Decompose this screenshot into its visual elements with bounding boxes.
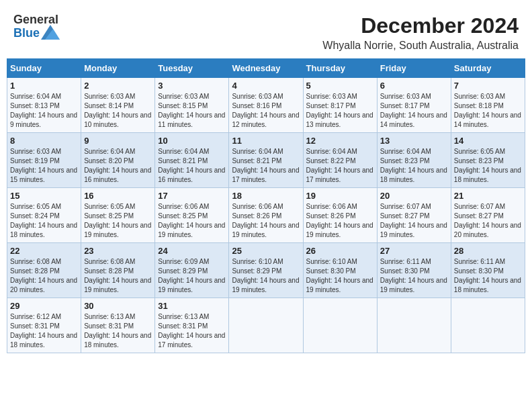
sunset-text: Sunset: 8:23 PM [380, 157, 430, 165]
header-wednesday: Wednesday [229, 59, 303, 78]
sunset-text: Sunset: 8:21 PM [158, 157, 208, 165]
daylight-text: Daylight: 14 hours and 19 minutes. [306, 222, 373, 238]
calendar-cell [377, 298, 451, 353]
calendar-cell: 14 Sunrise: 6:05 AM Sunset: 8:23 PM Dayl… [451, 133, 525, 188]
header-monday: Monday [81, 59, 155, 78]
calendar-cell: 25 Sunrise: 6:10 AM Sunset: 8:29 PM Dayl… [229, 243, 303, 298]
sunset-text: Sunset: 8:16 PM [232, 102, 281, 109]
daylight-text: Daylight: 14 hours and 9 minutes. [10, 111, 77, 128]
day-number: 26 [306, 246, 374, 256]
day-number: 28 [454, 246, 522, 256]
calendar-week-row: 22 Sunrise: 6:08 AM Sunset: 8:28 PM Dayl… [7, 243, 525, 298]
header-friday: Friday [377, 59, 451, 78]
day-number: 23 [84, 246, 152, 256]
logo-blue: Blue [13, 27, 40, 40]
day-info: Sunrise: 6:07 AM Sunset: 8:27 PM Dayligh… [454, 202, 522, 240]
calendar-cell: 13 Sunrise: 6:04 AM Sunset: 8:23 PM Dayl… [377, 133, 451, 188]
header-thursday: Thursday [303, 59, 377, 78]
calendar-cell: 9 Sunrise: 6:04 AM Sunset: 8:20 PM Dayli… [81, 133, 155, 188]
day-number: 30 [84, 301, 152, 311]
daylight-text: Daylight: 14 hours and 18 minutes. [380, 167, 447, 183]
day-number: 8 [10, 136, 78, 146]
day-info: Sunrise: 6:06 AM Sunset: 8:25 PM Dayligh… [158, 202, 226, 240]
sunset-text: Sunset: 8:26 PM [232, 212, 281, 220]
sunset-text: Sunset: 8:23 PM [454, 157, 504, 165]
sunset-text: Sunset: 8:26 PM [306, 212, 356, 220]
day-info: Sunrise: 6:05 AM Sunset: 8:25 PM Dayligh… [84, 202, 152, 240]
daylight-text: Daylight: 14 hours and 19 minutes. [232, 277, 299, 293]
calendar-cell: 30 Sunrise: 6:13 AM Sunset: 8:31 PM Dayl… [81, 298, 155, 353]
calendar-cell: 6 Sunrise: 6:03 AM Sunset: 8:17 PM Dayli… [377, 78, 451, 133]
sunrise-text: Sunrise: 6:06 AM [232, 203, 283, 210]
daylight-text: Daylight: 14 hours and 19 minutes. [158, 222, 225, 238]
day-number: 14 [454, 136, 522, 146]
daylight-text: Daylight: 14 hours and 19 minutes. [84, 222, 151, 238]
day-info: Sunrise: 6:09 AM Sunset: 8:29 PM Dayligh… [158, 257, 226, 295]
calendar-cell: 28 Sunrise: 6:11 AM Sunset: 8:30 PM Dayl… [451, 243, 525, 298]
calendar-cell [451, 298, 525, 353]
day-info: Sunrise: 6:06 AM Sunset: 8:26 PM Dayligh… [232, 202, 300, 240]
calendar-cell: 21 Sunrise: 6:07 AM Sunset: 8:27 PM Dayl… [451, 188, 525, 243]
day-info: Sunrise: 6:04 AM Sunset: 8:21 PM Dayligh… [232, 147, 300, 185]
day-info: Sunrise: 6:12 AM Sunset: 8:31 PM Dayligh… [10, 312, 78, 350]
sunrise-text: Sunrise: 6:04 AM [380, 148, 431, 155]
day-number: 4 [232, 81, 300, 91]
sunset-text: Sunset: 8:20 PM [84, 157, 134, 165]
daylight-text: Daylight: 14 hours and 20 minutes. [10, 277, 77, 293]
sunrise-text: Sunrise: 6:04 AM [10, 93, 61, 100]
daylight-text: Daylight: 14 hours and 18 minutes. [454, 277, 521, 293]
day-number: 29 [10, 301, 78, 311]
day-info: Sunrise: 6:08 AM Sunset: 8:28 PM Dayligh… [10, 257, 78, 295]
calendar-cell: 3 Sunrise: 6:03 AM Sunset: 8:15 PM Dayli… [155, 78, 229, 133]
calendar-week-row: 29 Sunrise: 6:12 AM Sunset: 8:31 PM Dayl… [7, 298, 525, 353]
sunrise-text: Sunrise: 6:03 AM [158, 93, 209, 100]
daylight-text: Daylight: 14 hours and 17 minutes. [232, 167, 299, 183]
daylight-text: Daylight: 14 hours and 10 minutes. [84, 111, 151, 128]
sunrise-text: Sunrise: 6:03 AM [306, 93, 357, 100]
sunset-text: Sunset: 8:17 PM [380, 102, 430, 109]
daylight-text: Daylight: 14 hours and 14 minutes. [380, 111, 447, 128]
sunrise-text: Sunrise: 6:09 AM [158, 258, 209, 265]
title-block: December 2024 Whyalla Norrie, South Aust… [322, 13, 519, 52]
day-info: Sunrise: 6:05 AM Sunset: 8:23 PM Dayligh… [454, 147, 522, 185]
daylight-text: Daylight: 14 hours and 15 minutes. [10, 167, 77, 183]
sunrise-text: Sunrise: 6:07 AM [454, 203, 505, 210]
daylight-text: Daylight: 14 hours and 18 minutes. [84, 332, 151, 349]
calendar-cell: 8 Sunrise: 6:03 AM Sunset: 8:19 PM Dayli… [7, 133, 81, 188]
day-info: Sunrise: 6:04 AM Sunset: 8:13 PM Dayligh… [10, 92, 78, 130]
daylight-text: Daylight: 14 hours and 19 minutes. [84, 277, 151, 293]
day-info: Sunrise: 6:03 AM Sunset: 8:17 PM Dayligh… [380, 92, 448, 130]
day-info: Sunrise: 6:05 AM Sunset: 8:24 PM Dayligh… [10, 202, 78, 240]
day-number: 20 [380, 191, 448, 201]
day-number: 12 [306, 136, 374, 146]
sunset-text: Sunset: 8:25 PM [84, 212, 134, 220]
day-info: Sunrise: 6:04 AM Sunset: 8:20 PM Dayligh… [84, 147, 152, 185]
logo-icon [41, 25, 60, 40]
sunset-text: Sunset: 8:15 PM [158, 102, 208, 109]
day-number: 13 [380, 136, 448, 146]
day-info: Sunrise: 6:03 AM Sunset: 8:18 PM Dayligh… [454, 92, 522, 130]
sunrise-text: Sunrise: 6:06 AM [158, 203, 209, 210]
sunset-text: Sunset: 8:31 PM [10, 322, 60, 330]
calendar-cell [303, 298, 377, 353]
page-header: General Blue December 2024 Whyalla Norri… [7, 7, 525, 56]
day-info: Sunrise: 6:11 AM Sunset: 8:30 PM Dayligh… [380, 257, 448, 295]
sunrise-text: Sunrise: 6:03 AM [454, 93, 505, 100]
day-info: Sunrise: 6:04 AM Sunset: 8:21 PM Dayligh… [158, 147, 226, 185]
sunset-text: Sunset: 8:22 PM [306, 157, 356, 165]
month-title: December 2024 [322, 13, 519, 38]
daylight-text: Daylight: 14 hours and 19 minutes. [306, 277, 373, 293]
sunrise-text: Sunrise: 6:13 AM [84, 313, 135, 320]
logo: General Blue [13, 13, 60, 40]
calendar-week-row: 15 Sunrise: 6:05 AM Sunset: 8:24 PM Dayl… [7, 188, 525, 243]
day-info: Sunrise: 6:03 AM Sunset: 8:14 PM Dayligh… [84, 92, 152, 130]
day-info: Sunrise: 6:03 AM Sunset: 8:15 PM Dayligh… [158, 92, 226, 130]
sunset-text: Sunset: 8:13 PM [10, 102, 60, 109]
daylight-text: Daylight: 14 hours and 19 minutes. [380, 222, 447, 238]
day-info: Sunrise: 6:04 AM Sunset: 8:22 PM Dayligh… [306, 147, 374, 185]
day-number: 18 [232, 191, 300, 201]
sunset-text: Sunset: 8:21 PM [232, 157, 281, 165]
daylight-text: Daylight: 14 hours and 12 minutes. [232, 111, 299, 128]
calendar-cell: 20 Sunrise: 6:07 AM Sunset: 8:27 PM Dayl… [377, 188, 451, 243]
calendar-cell: 16 Sunrise: 6:05 AM Sunset: 8:25 PM Dayl… [81, 188, 155, 243]
